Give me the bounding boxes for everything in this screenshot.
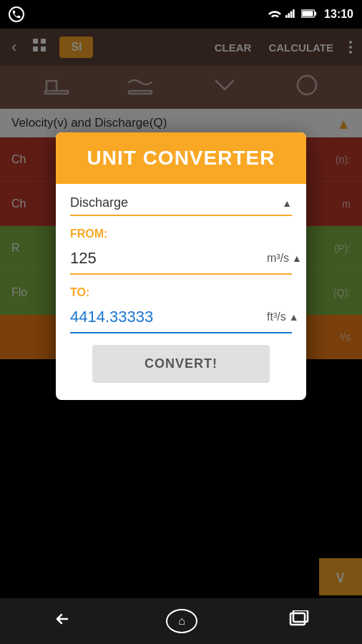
to-input-row: ft³/s ▲ xyxy=(70,305,292,333)
from-label: FROM: xyxy=(70,228,292,240)
from-input-row: m³/s ▲ xyxy=(70,246,292,275)
svg-rect-2 xyxy=(290,11,293,17)
svg-rect-0 xyxy=(285,15,288,18)
phone-icon xyxy=(9,6,24,22)
unit-converter-dialog: UNIT CONVERTER Discharge ▲ FROM: m³/s ▲ … xyxy=(56,132,306,400)
nav-home-button[interactable] xyxy=(166,609,197,633)
from-unit-arrow-icon[interactable]: ▲ xyxy=(292,253,302,264)
svg-rect-6 xyxy=(315,11,317,15)
svg-rect-1 xyxy=(288,13,290,18)
dropdown-arrow-icon: ▲ xyxy=(282,197,292,209)
wifi-icon xyxy=(268,9,281,21)
bottom-nav xyxy=(0,598,362,644)
dialog-title: UNIT CONVERTER xyxy=(67,147,295,170)
battery-icon xyxy=(301,9,317,21)
nav-recents-button[interactable] xyxy=(275,605,323,638)
status-left xyxy=(9,6,24,22)
from-unit-label: m³/s xyxy=(267,252,289,265)
signal-icon xyxy=(285,9,297,21)
nav-back-button[interactable] xyxy=(39,605,89,638)
svg-rect-5 xyxy=(302,11,313,16)
category-dropdown[interactable]: Discharge ▲ xyxy=(70,195,292,216)
dropdown-label: Discharge xyxy=(70,195,128,210)
to-unit-label: ft³/s xyxy=(267,311,286,323)
dialog-header: UNIT CONVERTER xyxy=(56,132,306,184)
svg-rect-3 xyxy=(293,9,295,18)
status-right: 13:10 xyxy=(268,8,353,21)
from-value-input[interactable] xyxy=(70,246,267,270)
dialog-body: Discharge ▲ FROM: m³/s ▲ TO: ft³/s ▲ CON… xyxy=(56,184,306,400)
convert-button[interactable]: CONVERT! xyxy=(92,345,270,383)
to-label: TO: xyxy=(70,286,292,299)
to-value-input[interactable] xyxy=(70,305,267,329)
to-unit-arrow-icon[interactable]: ▲ xyxy=(289,311,299,323)
time-display: 13:10 xyxy=(324,8,353,21)
status-bar: 13:10 xyxy=(0,0,362,29)
